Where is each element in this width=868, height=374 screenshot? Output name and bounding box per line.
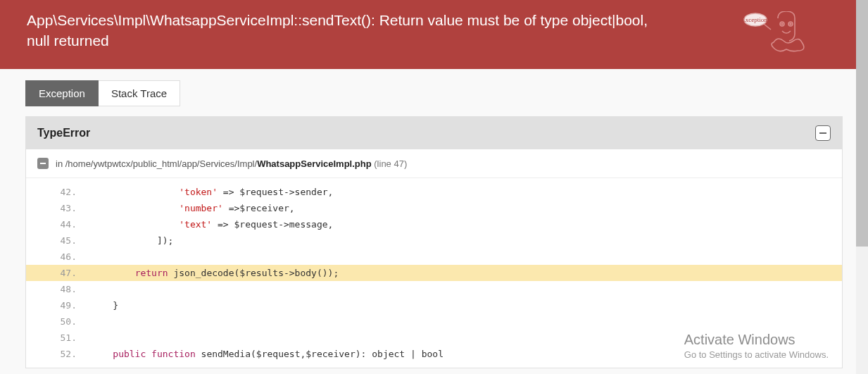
code-line: 45. ]); [26, 232, 842, 249]
line-number: 47. [26, 265, 91, 281]
line-number: 52. [26, 346, 91, 362]
file-path-prefix: in /home/ywtpwtcx/public_html/app/Servic… [56, 158, 257, 169]
tab-stack-trace[interactable]: Stack Trace [99, 80, 180, 106]
source-line: ]); [91, 232, 842, 249]
svg-text:Exception!: Exception! [743, 16, 769, 23]
source-line [91, 249, 842, 265]
svg-point-5 [790, 23, 791, 25]
file-path-file: WhatsappServiceImpl.php [257, 158, 372, 169]
collapse-icon[interactable] [815, 125, 831, 141]
source-line: 'number' =>$receiver, [91, 200, 842, 216]
line-number: 51. [26, 330, 91, 346]
svg-point-4 [781, 23, 783, 25]
line-number: 48. [26, 281, 91, 297]
scrollbar-thumb[interactable] [856, 0, 868, 247]
source-line [91, 330, 842, 346]
line-number: 45. [26, 232, 91, 249]
source-line [91, 313, 842, 330]
code-line: 47. return json_decode($results->body())… [26, 265, 842, 281]
code-line: 46. [26, 249, 842, 265]
file-location-row: in /home/ywtpwtcx/public_html/app/Servic… [26, 149, 842, 178]
source-line: } [91, 297, 842, 313]
source-line [91, 281, 842, 297]
ghost-icon: Exception! [743, 11, 820, 58]
error-type: TypeError [37, 127, 90, 139]
file-line: (line 47) [372, 158, 408, 169]
scrollbar[interactable] [856, 0, 868, 374]
source-line: 'token' => $request->sender, [91, 184, 842, 200]
error-title: App\Services\Impl\WhatsappServiceImpl::s… [27, 10, 674, 51]
line-number: 44. [26, 216, 91, 232]
line-number: 46. [26, 249, 91, 265]
file-path: in /home/ywtpwtcx/public_html/app/Servic… [56, 158, 407, 169]
code-line: 42. 'token' => $request->sender, [26, 184, 842, 200]
line-number: 42. [26, 184, 91, 200]
content-area: Exception Stack Trace TypeError in /home… [0, 69, 868, 368]
collapse-mini-icon[interactable] [37, 158, 49, 169]
tab-exception[interactable]: Exception [25, 80, 99, 106]
source-line: return json_decode($results->body()); [91, 265, 842, 281]
code-line: 52. public function sendMedia($request,$… [26, 346, 842, 362]
code-line: 44. 'text' => $request->message, [26, 216, 842, 232]
code-line: 43. 'number' =>$receiver, [26, 200, 842, 216]
line-number: 49. [26, 297, 91, 313]
code-block: 42. 'token' => $request->sender,43. 'num… [26, 178, 842, 368]
line-number: 43. [26, 200, 91, 216]
source-line: public function sendMedia($request,$rece… [91, 346, 842, 362]
code-line: 51. [26, 330, 842, 346]
code-line: 50. [26, 313, 842, 330]
code-line: 48. [26, 281, 842, 297]
error-header: App\Services\Impl\WhatsappServiceImpl::s… [0, 0, 868, 69]
error-panel: TypeError in /home/ywtpwtcx/public_html/… [25, 116, 843, 368]
source-line: 'text' => $request->message, [91, 216, 842, 232]
panel-header: TypeError [26, 117, 842, 149]
code-line: 49. } [26, 297, 842, 313]
tabs: Exception Stack Trace [25, 80, 843, 106]
line-number: 50. [26, 313, 91, 330]
